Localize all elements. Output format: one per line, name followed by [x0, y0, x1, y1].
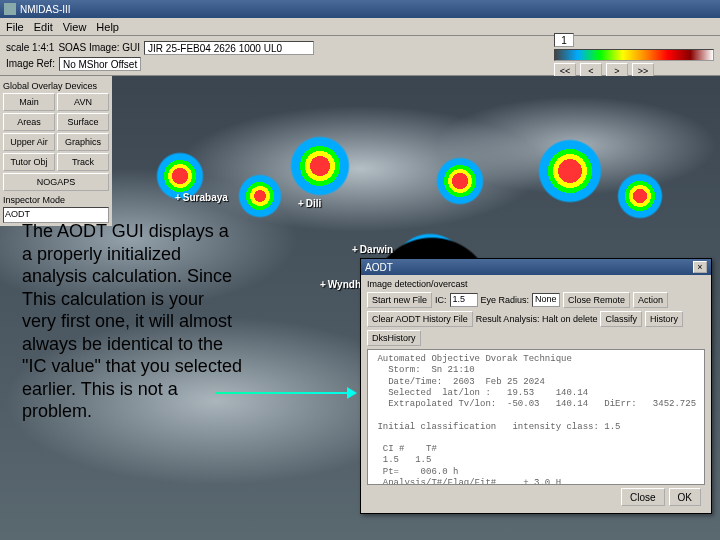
- frame-number: 1: [554, 33, 574, 47]
- source-value[interactable]: JIR 25-FEB04 2626 1000 UL0: [144, 41, 314, 55]
- color-scale: [554, 49, 714, 61]
- dialog-titlebar[interactable]: AODT ×: [361, 259, 711, 275]
- city-label-surabaya: Surabaya: [175, 192, 228, 203]
- dialog-status: Image detection/overcast: [367, 279, 705, 289]
- ic-label: IC:: [435, 295, 447, 305]
- app-icon: [4, 3, 16, 15]
- eye-radius-input[interactable]: None: [532, 293, 560, 307]
- overlay-surface[interactable]: Surface: [57, 113, 109, 131]
- eye-radius-label: Eye Radius:: [481, 295, 530, 305]
- arrow-annotation: [215, 392, 355, 394]
- city-label-darwin: Darwin: [352, 244, 393, 255]
- close-remote-button[interactable]: Close Remote: [563, 292, 630, 308]
- action-button[interactable]: Action: [633, 292, 668, 308]
- dkshistory-button[interactable]: DksHistory: [367, 330, 421, 346]
- overlay-upperair[interactable]: Upper Air: [3, 133, 55, 151]
- overlay-tutorobj[interactable]: Tutor Obj: [3, 153, 55, 171]
- overlay-main[interactable]: Main: [3, 93, 55, 111]
- source-label: SOAS Image: GUI: [58, 42, 140, 53]
- aodt-output: Automated Objective Dvorak Technique Sto…: [367, 349, 705, 485]
- close-icon[interactable]: ×: [693, 261, 707, 273]
- dialog-title: AODT: [365, 262, 393, 273]
- overlay-areas[interactable]: Areas: [3, 113, 55, 131]
- inspector-label: Inspector Mode: [3, 195, 109, 205]
- city-label-dili: Dili: [298, 198, 321, 209]
- menu-view[interactable]: View: [63, 21, 87, 33]
- app-title: NMIDAS-III: [20, 4, 716, 15]
- history-button[interactable]: History: [645, 311, 683, 327]
- ic-value-input[interactable]: 1.5: [450, 293, 478, 307]
- start-new-file-button[interactable]: Start new File: [367, 292, 432, 308]
- main-titlebar: NMIDAS-III: [0, 0, 720, 18]
- overlay-graphics[interactable]: Graphics: [57, 133, 109, 151]
- classify-button[interactable]: Classify: [600, 311, 642, 327]
- overlay-avn[interactable]: AVN: [57, 93, 109, 111]
- scale-label: scale 1:4:1: [6, 42, 54, 53]
- menu-file[interactable]: File: [6, 21, 24, 33]
- overlay-nogaps[interactable]: NOGAPS: [3, 173, 109, 191]
- aodt-dialog: AODT × Image detection/overcast Start ne…: [360, 258, 712, 514]
- clear-history-button[interactable]: Clear AODT History File: [367, 311, 473, 327]
- dialog-close-button[interactable]: Close: [621, 488, 665, 506]
- overlay-track[interactable]: Track: [57, 153, 109, 171]
- menu-edit[interactable]: Edit: [34, 21, 53, 33]
- dialog-ok-button[interactable]: OK: [669, 488, 701, 506]
- result-label: Result Analysis: Halt on delete: [476, 314, 598, 324]
- mshor-field[interactable]: No MShor Offset: [59, 57, 141, 71]
- menu-help[interactable]: Help: [96, 21, 119, 33]
- image-ref-label: Image Ref:: [6, 58, 55, 69]
- sidebar: Global Overlay Devices Main AVN Areas Su…: [0, 76, 112, 226]
- toolbar: scale 1:4:1 SOAS Image: GUI JIR 25-FEB04…: [0, 36, 720, 76]
- overlays-label: Global Overlay Devices: [3, 81, 109, 91]
